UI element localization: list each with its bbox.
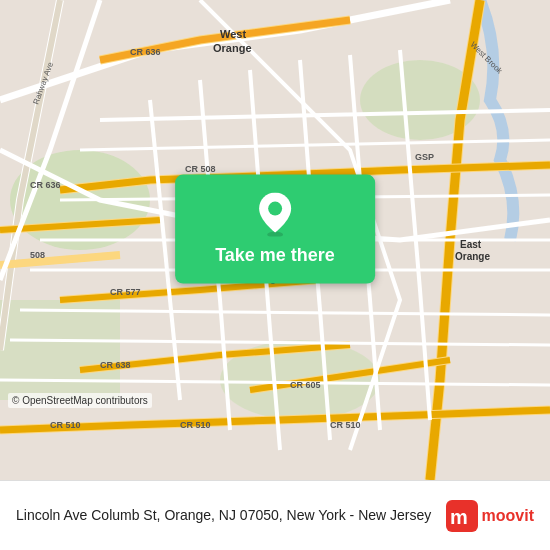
svg-rect-3 [0,300,120,400]
footer-address: Lincoln Ave Columb St, Orange, NJ 07050,… [16,506,434,526]
svg-point-25 [268,202,282,216]
svg-text:East: East [460,239,482,250]
svg-text:CR 636: CR 636 [130,47,161,57]
moovit-icon: m [446,500,478,532]
moovit-logo: m moovit [446,500,534,532]
button-label: Take me there [215,245,335,266]
svg-text:West: West [220,28,246,40]
osm-attribution: © OpenStreetMap contributors [8,393,152,408]
take-me-there-button[interactable]: Take me there [175,175,375,284]
svg-text:CR 577: CR 577 [110,287,141,297]
svg-text:GSP: GSP [415,152,434,162]
location-pin-icon [257,193,293,237]
map-container: CR 636 CR 636 CR 508 508 CR 577 CR 638 C… [0,0,550,480]
svg-text:508: 508 [30,250,45,260]
svg-text:CR 510: CR 510 [180,420,211,430]
svg-text:CR 605: CR 605 [290,380,321,390]
svg-text:CR 636: CR 636 [30,180,61,190]
moovit-text: moovit [482,507,534,525]
svg-text:Orange: Orange [213,42,252,54]
footer: Lincoln Ave Columb St, Orange, NJ 07050,… [0,480,550,550]
svg-text:Orange: Orange [455,251,490,262]
svg-text:CR 508: CR 508 [185,164,216,174]
button-overlay: Take me there [175,175,375,284]
svg-text:m: m [450,506,468,528]
svg-text:CR 638: CR 638 [100,360,131,370]
svg-text:CR 510: CR 510 [50,420,81,430]
svg-text:CR 510: CR 510 [330,420,361,430]
